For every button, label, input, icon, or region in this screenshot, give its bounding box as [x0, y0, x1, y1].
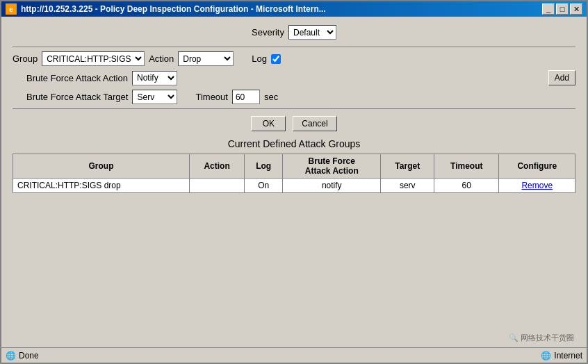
col-group: Group: [13, 154, 190, 179]
col-timeout: Timeout: [434, 154, 499, 179]
action-select[interactable]: Drop Alert Ignore: [178, 51, 234, 66]
cell-log: On: [245, 179, 283, 193]
log-label: Log: [252, 53, 267, 64]
group-label: Group: [13, 53, 38, 64]
close-button[interactable]: ✕: [570, 3, 582, 15]
action-label: Action: [149, 53, 174, 64]
internet-icon: 🌐: [541, 351, 551, 361]
group-action-row: Group CRITICAL:HTTP:SIGS Action Drop Ale…: [13, 51, 575, 66]
window-icon: e: [6, 3, 17, 15]
status-text: Done: [19, 351, 39, 361]
timeout-label: Timeout: [195, 92, 227, 102]
internet-text: Internet: [554, 351, 582, 361]
minimize-button[interactable]: _: [542, 3, 555, 15]
remove-link[interactable]: Remove: [521, 181, 553, 190]
cell-brute-force-action: notify: [283, 179, 381, 193]
title-bar: e http://10.252.3.225 - Policy Deep Insp…: [1, 1, 587, 17]
table-row: CRITICAL:HTTP:SIGS drop On notify serv 6…: [13, 179, 575, 193]
col-brute-force-action: Brute ForceAttack Action: [283, 154, 381, 179]
table-section: Current Defined Attack Groups Group Acti…: [13, 138, 575, 193]
bottom-divider: [13, 108, 575, 109]
log-checkbox[interactable]: [271, 54, 281, 64]
table-title: Current Defined Attack Groups: [13, 138, 575, 149]
col-action: Action: [190, 154, 245, 179]
cell-target: serv: [381, 179, 434, 193]
cell-action: [190, 179, 245, 193]
group-select[interactable]: CRITICAL:HTTP:SIGS: [42, 51, 145, 66]
main-window: e http://10.252.3.225 - Policy Deep Insp…: [0, 0, 588, 364]
cell-timeout: 60: [434, 179, 499, 193]
add-button[interactable]: Add: [548, 70, 575, 85]
status-bar: 🌐 Done 🌐 Internet: [1, 347, 587, 363]
severity-select[interactable]: Default Low Medium High Critical: [288, 25, 336, 40]
severity-row: Severity Default Low Medium High Critica…: [13, 25, 575, 40]
watermark: 🔍 网络技术干货圈: [509, 333, 574, 343]
top-divider: [13, 47, 575, 47]
cell-configure[interactable]: Remove: [499, 179, 575, 193]
ok-button[interactable]: OK: [251, 116, 286, 131]
col-target: Target: [381, 154, 434, 179]
brute-force-target-select[interactable]: Serv Client Both: [132, 90, 177, 104]
col-log: Log: [245, 154, 283, 179]
cell-group: CRITICAL:HTTP:SIGS drop: [13, 179, 190, 193]
status-bar-left: 🌐 Done: [6, 351, 39, 361]
attack-groups-table: Group Action Log Brute ForceAttack Actio…: [13, 154, 575, 193]
status-icon: 🌐: [6, 351, 16, 361]
brute-force-action-select[interactable]: Notify Drop Alert: [132, 71, 177, 85]
ok-cancel-row: OK Cancel: [13, 116, 575, 131]
maximize-button[interactable]: □: [556, 3, 569, 15]
col-configure: Configure: [499, 154, 575, 179]
window-title: http://10.252.3.225 - Policy Deep Inspec…: [21, 4, 326, 14]
title-bar-left: e http://10.252.3.225 - Policy Deep Insp…: [6, 3, 326, 15]
brute-force-target-row: Brute Force Attack Target Serv Client Bo…: [26, 90, 575, 104]
content-area: Severity Default Low Medium High Critica…: [1, 17, 587, 347]
timeout-unit: sec: [264, 92, 278, 102]
timeout-input[interactable]: 60: [232, 90, 260, 104]
title-controls: _ □ ✕: [542, 3, 582, 15]
table-header-row: Group Action Log Brute ForceAttack Actio…: [13, 154, 575, 179]
status-bar-right: 🌐 Internet: [541, 351, 582, 361]
brute-force-action-row: Brute Force Attack Action Notify Drop Al…: [26, 70, 575, 85]
brute-force-action-label: Brute Force Attack Action: [26, 73, 128, 83]
severity-label: Severity: [252, 27, 284, 38]
cancel-button[interactable]: Cancel: [293, 116, 336, 131]
brute-force-target-label: Brute Force Attack Target: [26, 92, 128, 102]
